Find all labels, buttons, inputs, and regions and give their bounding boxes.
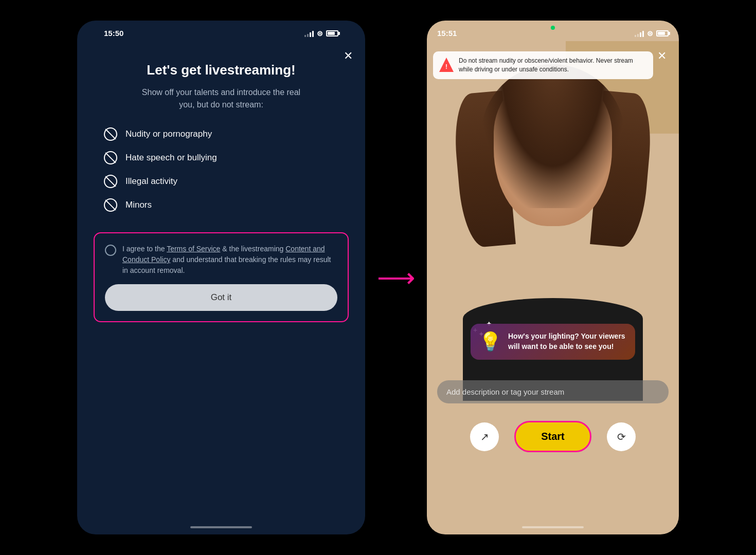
left-content: Let's get livestreaming! Show off your t… — [94, 42, 349, 322]
camera-dot — [551, 26, 555, 30]
agreement-checkbox[interactable] — [105, 245, 116, 256]
lighting-tip-text: How's your lighting? Your viewers will w… — [508, 331, 627, 351]
rule-nudity: Nudity or pornography — [104, 127, 349, 141]
close-button-right[interactable]: ✕ — [657, 49, 667, 63]
right-signal-icon — [635, 30, 644, 37]
battery-icon — [326, 30, 338, 36]
hair-top — [481, 64, 625, 208]
close-button-left[interactable]: ✕ — [344, 49, 353, 63]
left-screen: 15:50 ⊜ ✕ Let's get livestreaming! Show … — [77, 21, 365, 534]
left-time: 15:50 — [104, 29, 123, 38]
ban-icon-nudity — [104, 127, 117, 141]
agreement-row: I agree to the Terms of Service & the li… — [105, 244, 337, 276]
rule-illegal: Illegal activity — [104, 175, 349, 188]
lighting-tip: 💡 How's your lighting? Your viewers will… — [471, 324, 635, 360]
description-input[interactable]: Add description or tag your stream — [437, 380, 669, 403]
ban-icon-illegal — [104, 175, 117, 188]
share-icon: ↗ — [480, 431, 489, 443]
next-arrow-icon: ⟶ — [377, 264, 416, 291]
terms-link[interactable]: Terms of Service — [167, 245, 220, 253]
agreement-text: I agree to the Terms of Service & the li… — [122, 244, 337, 276]
got-it-button[interactable]: Got it — [105, 284, 337, 311]
camera-flip-icon: ⟳ — [617, 431, 626, 443]
home-indicator-right — [522, 526, 584, 528]
ban-icon-minors — [104, 198, 117, 212]
right-screen: 15:51 ⊜ ✕ Do not stream nudity or obscen… — [427, 21, 679, 534]
home-indicator-left — [190, 526, 252, 528]
camera-flip-button[interactable]: ⟳ — [607, 422, 636, 451]
subtitle: Show off your talents and introduce the … — [134, 86, 309, 111]
right-wifi-icon: ⊜ — [647, 29, 653, 38]
rule-minors: Minors — [104, 198, 349, 212]
signal-icon — [304, 30, 314, 37]
right-battery-icon — [656, 30, 669, 36]
right-status-icons: ⊜ — [635, 29, 669, 38]
warning-text: Do not stream nudity or obscene/violent … — [459, 57, 647, 74]
left-status-bar: 15:50 ⊜ — [94, 21, 349, 42]
rule-hate: Hate speech or bullying — [104, 151, 349, 164]
rules-list: Nudity or pornography Hate speech or bul… — [94, 127, 349, 212]
agreement-box: I agree to the Terms of Service & the li… — [94, 232, 349, 322]
rule-minors-label: Minors — [125, 200, 152, 210]
start-button[interactable]: Start — [514, 421, 591, 452]
arrow-container: ⟶ — [365, 264, 427, 291]
warning-triangle-icon — [439, 58, 454, 72]
warning-banner: Do not stream nudity or obscene/violent … — [433, 51, 653, 79]
main-title: Let's get livestreaming! — [147, 62, 295, 78]
right-time: 15:51 — [437, 29, 457, 38]
rule-nudity-label: Nudity or pornography — [125, 129, 212, 139]
policy-link[interactable]: Content and Conduct Policy — [122, 245, 325, 264]
lightbulb-icon: 💡 — [479, 331, 502, 353]
bottom-controls: ↗ Start ⟳ — [427, 421, 679, 452]
right-status-bar: 15:51 ⊜ — [427, 21, 679, 42]
rule-illegal-label: Illegal activity — [125, 176, 177, 187]
rule-hate-label: Hate speech or bullying — [125, 153, 217, 163]
wifi-icon: ⊜ — [317, 29, 323, 38]
ban-icon-hate — [104, 151, 117, 164]
share-button[interactable]: ↗ — [470, 422, 499, 451]
left-status-icons: ⊜ — [304, 29, 338, 38]
